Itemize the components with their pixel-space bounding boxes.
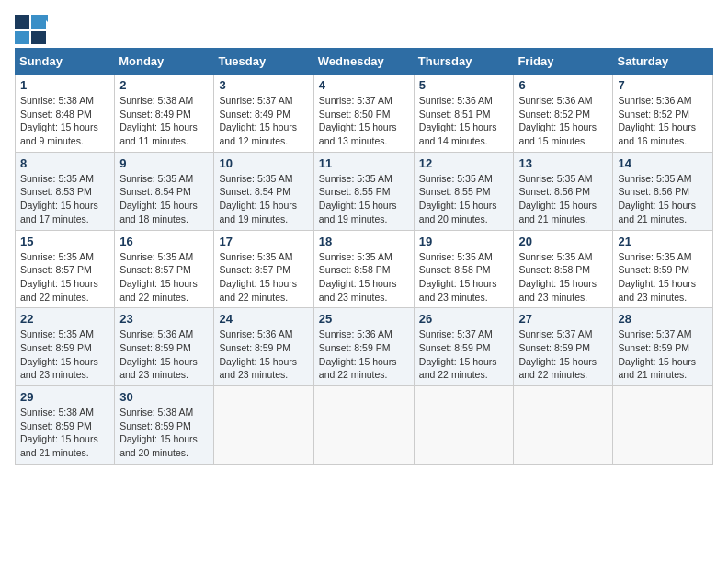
day-detail: Sunrise: 5:35 AM Sunset: 8:58 PM Dayligh… (319, 250, 409, 304)
day-number: 21 (618, 235, 708, 248)
calendar-cell: 18 Sunrise: 5:35 AM Sunset: 8:58 PM Dayl… (313, 230, 414, 308)
day-number: 10 (219, 156, 308, 170)
day-detail: Sunrise: 5:38 AM Sunset: 8:48 PM Dayligh… (20, 94, 109, 148)
day-detail: Sunrise: 5:37 AM Sunset: 8:59 PM Dayligh… (419, 327, 509, 382)
calendar-cell: 1 Sunrise: 5:38 AM Sunset: 8:48 PM Dayli… (16, 75, 115, 153)
calendar-cell (414, 386, 514, 465)
day-number: 5 (419, 78, 509, 92)
calendar-cell: 5 Sunrise: 5:36 AM Sunset: 8:51 PM Dayli… (414, 75, 514, 153)
day-detail: Sunrise: 5:37 AM Sunset: 8:50 PM Dayligh… (319, 94, 409, 148)
day-number: 11 (319, 156, 409, 170)
day-number: 1 (20, 78, 109, 92)
day-number: 26 (419, 312, 509, 326)
day-detail: Sunrise: 5:36 AM Sunset: 8:52 PM Dayligh… (618, 94, 708, 148)
day-number: 13 (518, 156, 608, 170)
calendar-cell: 17 Sunrise: 5:35 AM Sunset: 8:57 PM Dayl… (214, 230, 313, 308)
day-detail: Sunrise: 5:36 AM Sunset: 8:51 PM Dayligh… (419, 94, 509, 148)
day-number: 24 (219, 312, 308, 326)
day-number: 18 (319, 235, 409, 248)
day-detail: Sunrise: 5:35 AM Sunset: 8:58 PM Dayligh… (419, 250, 509, 304)
calendar-header-row: SundayMondayTuesdayWednesdayThursdayFrid… (16, 49, 713, 75)
day-detail: Sunrise: 5:35 AM Sunset: 8:59 PM Dayligh… (618, 250, 708, 304)
calendar-cell: 19 Sunrise: 5:35 AM Sunset: 8:58 PM Dayl… (414, 230, 514, 308)
calendar-week-1: 1 Sunrise: 5:38 AM Sunset: 8:48 PM Dayli… (16, 75, 713, 153)
day-detail: Sunrise: 5:35 AM Sunset: 8:57 PM Dayligh… (119, 250, 209, 304)
day-number: 2 (119, 78, 209, 92)
day-number: 9 (119, 156, 209, 170)
calendar-cell: 6 Sunrise: 5:36 AM Sunset: 8:52 PM Dayli… (514, 75, 613, 153)
day-detail: Sunrise: 5:35 AM Sunset: 8:56 PM Dayligh… (518, 172, 608, 226)
day-detail: Sunrise: 5:35 AM Sunset: 8:55 PM Dayligh… (319, 172, 409, 226)
calendar-cell: 12 Sunrise: 5:35 AM Sunset: 8:55 PM Dayl… (414, 152, 514, 230)
day-detail: Sunrise: 5:38 AM Sunset: 8:59 PM Dayligh… (119, 406, 209, 460)
day-detail: Sunrise: 5:36 AM Sunset: 8:59 PM Dayligh… (219, 327, 308, 382)
day-detail: Sunrise: 5:37 AM Sunset: 8:59 PM Dayligh… (518, 327, 608, 382)
day-detail: Sunrise: 5:35 AM Sunset: 8:54 PM Dayligh… (119, 172, 209, 226)
calendar-cell (514, 386, 613, 465)
day-detail: Sunrise: 5:36 AM Sunset: 8:52 PM Dayligh… (518, 94, 608, 148)
calendar-cell: 15 Sunrise: 5:35 AM Sunset: 8:57 PM Dayl… (16, 230, 115, 308)
day-number: 23 (119, 312, 209, 326)
calendar-cell (613, 386, 713, 465)
logo (15, 15, 48, 40)
day-detail: Sunrise: 5:35 AM Sunset: 8:56 PM Dayligh… (618, 172, 708, 226)
calendar-cell: 9 Sunrise: 5:35 AM Sunset: 8:54 PM Dayli… (115, 152, 214, 230)
calendar-cell: 25 Sunrise: 5:36 AM Sunset: 8:59 PM Dayl… (313, 308, 414, 386)
day-number: 4 (319, 78, 409, 92)
day-number: 25 (319, 312, 409, 326)
day-detail: Sunrise: 5:35 AM Sunset: 8:59 PM Dayligh… (20, 327, 109, 382)
calendar-cell: 24 Sunrise: 5:36 AM Sunset: 8:59 PM Dayl… (214, 308, 313, 386)
calendar-cell: 20 Sunrise: 5:35 AM Sunset: 8:58 PM Dayl… (514, 230, 613, 308)
calendar-cell: 4 Sunrise: 5:37 AM Sunset: 8:50 PM Dayli… (313, 75, 414, 153)
day-header-wednesday: Wednesday (313, 49, 414, 75)
svg-rect-0 (15, 15, 29, 29)
day-detail: Sunrise: 5:36 AM Sunset: 8:59 PM Dayligh… (319, 327, 409, 382)
day-header-tuesday: Tuesday (214, 49, 313, 75)
day-header-saturday: Saturday (613, 49, 713, 75)
day-detail: Sunrise: 5:35 AM Sunset: 8:57 PM Dayligh… (20, 250, 109, 304)
day-number: 12 (419, 156, 509, 170)
calendar-body: 1 Sunrise: 5:38 AM Sunset: 8:48 PM Dayli… (16, 75, 713, 465)
day-header-thursday: Thursday (414, 49, 514, 75)
calendar-cell: 3 Sunrise: 5:37 AM Sunset: 8:49 PM Dayli… (214, 75, 313, 153)
calendar-cell: 14 Sunrise: 5:35 AM Sunset: 8:56 PM Dayl… (613, 152, 713, 230)
calendar-cell: 13 Sunrise: 5:35 AM Sunset: 8:56 PM Dayl… (514, 152, 613, 230)
day-number: 6 (518, 78, 608, 92)
calendar-week-4: 22 Sunrise: 5:35 AM Sunset: 8:59 PM Dayl… (16, 308, 713, 386)
day-number: 3 (219, 78, 308, 92)
calendar-cell: 11 Sunrise: 5:35 AM Sunset: 8:55 PM Dayl… (313, 152, 414, 230)
day-detail: Sunrise: 5:37 AM Sunset: 8:59 PM Dayligh… (618, 327, 708, 382)
calendar-cell: 26 Sunrise: 5:37 AM Sunset: 8:59 PM Dayl… (414, 308, 514, 386)
calendar-cell: 16 Sunrise: 5:35 AM Sunset: 8:57 PM Dayl… (115, 230, 214, 308)
svg-rect-2 (15, 31, 29, 44)
calendar-cell (214, 386, 313, 465)
day-number: 28 (618, 312, 708, 326)
day-detail: Sunrise: 5:36 AM Sunset: 8:59 PM Dayligh… (119, 327, 209, 382)
day-detail: Sunrise: 5:35 AM Sunset: 8:53 PM Dayligh… (20, 172, 109, 226)
calendar-cell: 30 Sunrise: 5:38 AM Sunset: 8:59 PM Dayl… (115, 386, 214, 465)
day-number: 17 (219, 235, 308, 248)
day-number: 14 (618, 156, 708, 170)
day-number: 8 (20, 156, 109, 170)
day-detail: Sunrise: 5:35 AM Sunset: 8:58 PM Dayligh… (518, 250, 608, 304)
day-number: 15 (20, 235, 109, 248)
day-detail: Sunrise: 5:38 AM Sunset: 8:59 PM Dayligh… (20, 406, 109, 460)
day-number: 22 (20, 312, 109, 326)
day-detail: Sunrise: 5:35 AM Sunset: 8:55 PM Dayligh… (419, 172, 509, 226)
calendar-cell: 7 Sunrise: 5:36 AM Sunset: 8:52 PM Dayli… (613, 75, 713, 153)
day-number: 16 (119, 235, 209, 248)
calendar-week-5: 29 Sunrise: 5:38 AM Sunset: 8:59 PM Dayl… (16, 386, 713, 465)
day-detail: Sunrise: 5:35 AM Sunset: 8:54 PM Dayligh… (219, 172, 308, 226)
calendar-cell: 8 Sunrise: 5:35 AM Sunset: 8:53 PM Dayli… (16, 152, 115, 230)
calendar-cell (313, 386, 414, 465)
page-header (15, 15, 713, 40)
day-number: 29 (20, 390, 109, 404)
day-detail: Sunrise: 5:37 AM Sunset: 8:49 PM Dayligh… (219, 94, 308, 148)
day-number: 27 (518, 312, 608, 326)
day-detail: Sunrise: 5:35 AM Sunset: 8:57 PM Dayligh… (219, 250, 308, 304)
calendar-week-2: 8 Sunrise: 5:35 AM Sunset: 8:53 PM Dayli… (16, 152, 713, 230)
calendar-cell: 10 Sunrise: 5:35 AM Sunset: 8:54 PM Dayl… (214, 152, 313, 230)
day-header-friday: Friday (514, 49, 613, 75)
calendar-cell: 23 Sunrise: 5:36 AM Sunset: 8:59 PM Dayl… (115, 308, 214, 386)
calendar-cell: 28 Sunrise: 5:37 AM Sunset: 8:59 PM Dayl… (613, 308, 713, 386)
